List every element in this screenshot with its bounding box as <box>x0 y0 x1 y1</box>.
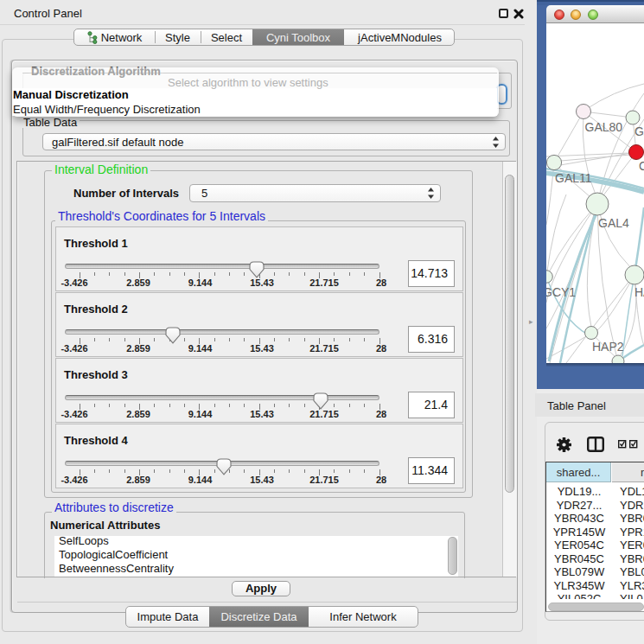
svg-text:GAL11: GAL11 <box>555 171 592 185</box>
svg-text:GAL4: GAL4 <box>598 216 629 230</box>
svg-text:GA: GA <box>634 124 644 138</box>
svg-text:HAP2: HAP2 <box>592 340 624 354</box>
svg-text:GCY1: GCY1 <box>546 285 576 299</box>
svg-text:GAL80: GAL80 <box>585 120 623 134</box>
svg-text:CY: CY <box>639 159 644 173</box>
svg-text:HA: HA <box>634 285 644 299</box>
